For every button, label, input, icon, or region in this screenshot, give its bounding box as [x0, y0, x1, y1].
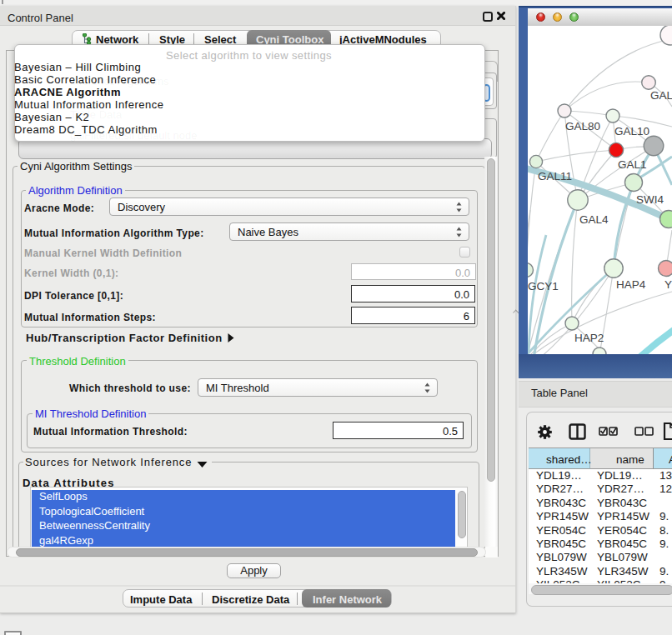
svg-text:GAL2: GAL2 — [650, 89, 672, 102]
svg-text:GCY1: GCY1 — [528, 280, 559, 292]
svg-text:HAP4: HAP4 — [616, 278, 646, 291]
svg-text:GAL11: GAL11 — [538, 170, 572, 182]
svg-text:GAL1: GAL1 — [618, 158, 647, 171]
svg-text:SWI4: SWI4 — [636, 193, 664, 206]
svg-text:GAL10: GAL10 — [614, 125, 649, 138]
svg-text:YM: YM — [664, 278, 672, 291]
svg-text:HAP2: HAP2 — [574, 332, 604, 344]
svg-text:GAL4: GAL4 — [579, 213, 609, 226]
svg-text:GAL80: GAL80 — [565, 120, 600, 132]
